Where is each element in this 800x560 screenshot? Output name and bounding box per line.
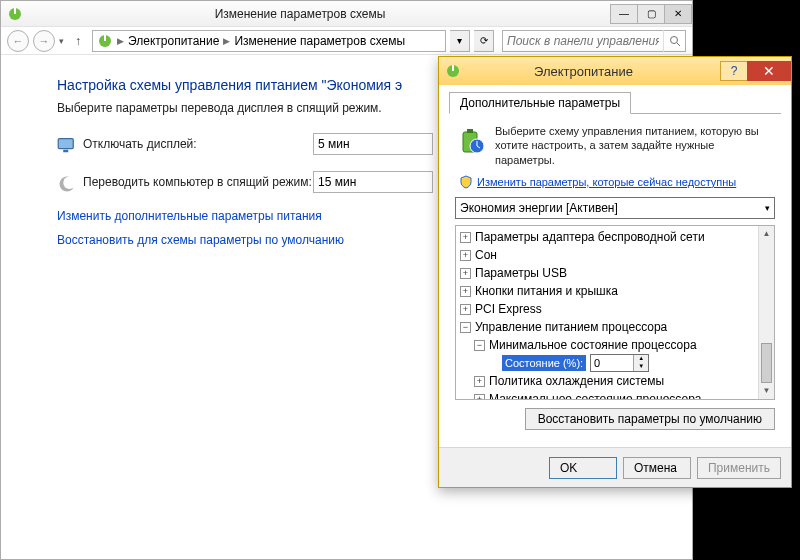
power-icon: [7, 6, 23, 22]
svg-rect-13: [467, 129, 473, 133]
scroll-down-button[interactable]: ▼: [759, 383, 774, 399]
dialog-button-bar: OK Отмена Применить: [439, 447, 791, 487]
cpu-min-state-row: Состояние (%): ▲ ▼: [460, 354, 756, 372]
expand-icon: +: [474, 394, 485, 400]
svg-rect-7: [63, 150, 68, 153]
minimize-button[interactable]: —: [610, 4, 638, 24]
settings-tree: +Параметры адаптера беспроводной сети +С…: [455, 225, 775, 400]
apply-button[interactable]: Применить: [697, 457, 781, 479]
tree-node-buttons-lid[interactable]: +Кнопки питания и крышка: [460, 282, 756, 300]
chevron-right-icon: ▶: [223, 36, 230, 46]
power-plan-select[interactable]: Экономия энергии [Активен] ▾: [455, 197, 775, 219]
expand-icon: +: [460, 250, 471, 261]
expand-icon: +: [460, 286, 471, 297]
breadcrumb-root[interactable]: Электропитание: [128, 34, 219, 48]
sleep-select[interactable]: 15 мин: [313, 171, 433, 193]
uac-link[interactable]: Изменить параметры, которые сейчас недос…: [477, 176, 736, 188]
back-button[interactable]: ←: [7, 30, 29, 52]
tree-node-wireless[interactable]: +Параметры адаптера беспроводной сети: [460, 228, 756, 246]
address-bar[interactable]: ▶ Электропитание ▶ Изменение параметров …: [92, 30, 446, 52]
search-input[interactable]: [503, 34, 663, 48]
display-off-select[interactable]: 5 мин: [313, 133, 433, 155]
svg-point-4: [670, 36, 677, 43]
history-dropdown-icon[interactable]: ▾: [59, 36, 64, 46]
power-plan-selected: Экономия энергии [Активен]: [460, 201, 618, 215]
svg-rect-6: [58, 139, 73, 149]
tab-strip: Дополнительные параметры: [449, 91, 781, 114]
chevron-right-icon: ▶: [117, 36, 124, 46]
sleep-label: Переводить компьютер в спящий режим:: [83, 175, 313, 189]
spinner-down-button[interactable]: ▼: [634, 363, 648, 371]
titlebar: Изменение параметров схемы — ▢ ✕: [1, 1, 692, 27]
power-options-dialog: Электропитание ? ✕ Дополнительные параме…: [438, 56, 792, 488]
navigation-bar: ← → ▾ ↑ ▶ Электропитание ▶ Изменение пар…: [1, 27, 692, 55]
tree-node-cooling-policy[interactable]: +Политика охлаждения системы: [460, 372, 756, 390]
cpu-min-state-label: Состояние (%):: [502, 355, 586, 372]
address-dropdown-button[interactable]: ▾: [450, 30, 470, 52]
breadcrumb-current[interactable]: Изменение параметров схемы: [234, 34, 405, 48]
dialog-content: Дополнительные параметры Выберите схему …: [439, 85, 791, 447]
maximize-button[interactable]: ▢: [637, 4, 665, 24]
ok-button[interactable]: OK: [549, 457, 617, 479]
svg-rect-11: [452, 65, 454, 71]
shield-icon: [459, 175, 473, 189]
tree-node-cpu-max[interactable]: +Максимальное состояние процессора: [460, 390, 756, 400]
search-box: [502, 30, 686, 52]
svg-point-9: [63, 177, 76, 190]
expand-icon: +: [460, 304, 471, 315]
collapse-icon: −: [460, 322, 471, 333]
help-button[interactable]: ?: [720, 61, 748, 81]
uac-row: Изменить параметры, которые сейчас недос…: [459, 175, 775, 189]
cpu-min-state-spinner: ▲ ▼: [590, 354, 649, 372]
tree-node-cpu-min[interactable]: −Минимальное состояние процессора: [460, 336, 756, 354]
tree-node-pci-express[interactable]: +PCI Express: [460, 300, 756, 318]
close-button[interactable]: ✕: [664, 4, 692, 24]
battery-icon: [455, 124, 487, 156]
collapse-icon: −: [474, 340, 485, 351]
forward-button[interactable]: →: [33, 30, 55, 52]
chevron-down-icon: ▾: [765, 203, 770, 213]
expand-icon: +: [460, 232, 471, 243]
scroll-thumb[interactable]: [761, 343, 772, 383]
svg-line-5: [677, 43, 680, 46]
power-icon: [97, 33, 113, 49]
restore-defaults-button[interactable]: Восстановить параметры по умолчанию: [525, 408, 775, 430]
tree-node-sleep[interactable]: +Сон: [460, 246, 756, 264]
svg-rect-1: [14, 8, 16, 14]
svg-rect-3: [104, 35, 106, 41]
dialog-titlebar: Электропитание ? ✕: [439, 57, 791, 85]
close-button[interactable]: ✕: [747, 61, 791, 81]
window-title: Изменение параметров схемы: [29, 7, 611, 21]
hint-text: Выберите схему управления питанием, кото…: [495, 124, 775, 167]
hint-row: Выберите схему управления питанием, кото…: [455, 124, 775, 167]
tree-node-usb[interactable]: +Параметры USB: [460, 264, 756, 282]
moon-icon: [57, 174, 77, 190]
expand-icon: +: [460, 268, 471, 279]
tab-advanced[interactable]: Дополнительные параметры: [449, 92, 631, 114]
scroll-up-button[interactable]: ▲: [759, 226, 774, 242]
cancel-button[interactable]: Отмена: [623, 457, 691, 479]
tree-node-cpu-power[interactable]: −Управление питанием процессора: [460, 318, 756, 336]
search-icon: [669, 35, 681, 47]
expand-icon: +: [474, 376, 485, 387]
power-icon: [445, 63, 461, 79]
refresh-button[interactable]: ⟳: [474, 30, 494, 52]
monitor-icon: [57, 136, 77, 152]
up-button[interactable]: ↑: [68, 31, 88, 51]
display-off-label: Отключать дисплей:: [83, 137, 313, 151]
search-button[interactable]: [663, 30, 685, 52]
tree-scrollbar[interactable]: ▲ ▼: [758, 226, 774, 399]
cpu-min-state-input[interactable]: [591, 357, 633, 369]
dialog-title: Электропитание: [467, 64, 720, 79]
